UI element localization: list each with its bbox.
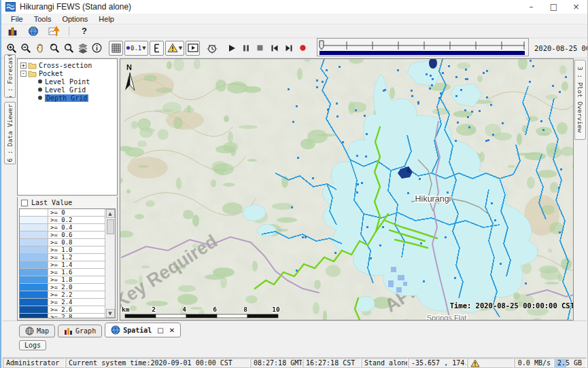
tab-map[interactable]: Map [19, 325, 55, 337]
legend-row: >= 0.8 [20, 239, 105, 246]
legend-color-swatch [20, 306, 48, 313]
zoom-previous-button[interactable] [47, 41, 61, 56]
maximize-button[interactable]: □ [542, 0, 565, 14]
tab-maximize-icon[interactable]: □ [157, 327, 163, 334]
legend-row: >= 1.8 [20, 276, 105, 284]
pan-button[interactable] [33, 41, 47, 56]
skip-to-start-icon [271, 44, 279, 52]
step-back-button[interactable] [267, 41, 281, 56]
legend-color-swatch [20, 314, 48, 318]
play-button[interactable] [224, 41, 239, 56]
map-viewer-button[interactable] [26, 25, 41, 37]
status-memory: 2.5 GB [554, 358, 587, 368]
info-button[interactable] [90, 41, 104, 56]
logs-button[interactable]: Logs [19, 340, 46, 350]
step-forward-button[interactable] [281, 41, 296, 56]
town-label: Hikurangi [415, 194, 451, 204]
tab-map-label: Map [37, 327, 49, 335]
left-tab-strip: 5 : Forecast 6 : Data Viewer [3, 58, 17, 320]
record-button[interactable] [296, 41, 310, 56]
bottom-dock: Map Graph Spatial □ ✕ Logs [3, 320, 587, 357]
legend-row-label: >= 2.6 [48, 306, 73, 313]
menu-options[interactable]: Options [56, 15, 93, 23]
title-bar: Hikurangi FEWS (Stand alone) – □ × [1, 0, 587, 14]
help-button[interactable]: ? [77, 25, 92, 37]
status-mode: Stand alone [361, 358, 408, 368]
tree-item-pocket[interactable]: - Pocket [19, 69, 117, 77]
zoom-out-button[interactable] [18, 41, 33, 56]
map-toolbar: 0.1 ▼ ▼ [1, 38, 587, 58]
classbreak-interval-dropdown[interactable]: 0.1 ▼ [124, 41, 148, 56]
legend-color-swatch [20, 217, 48, 223]
tree-item-level-point[interactable]: Level Point [37, 77, 117, 86]
zoom-in-icon [6, 43, 17, 54]
skip-to-end-icon [285, 44, 293, 52]
time-slider[interactable] [317, 38, 529, 58]
spatial-plot-icon [48, 26, 60, 37]
tree-item-level-grid[interactable]: Level Grid [37, 86, 117, 94]
export-animation-button[interactable] [186, 41, 200, 56]
zoom-next-button[interactable] [61, 41, 75, 56]
legend-row-label: >= 2.4 [48, 299, 73, 306]
chevron-down-icon: ▼ [142, 45, 145, 51]
close-button[interactable]: × [565, 0, 587, 14]
filter-tree[interactable]: + Cross-section - Pocket Level Point Lev… [17, 58, 118, 196]
tab-spatial[interactable]: Spatial □ ✕ [105, 323, 181, 337]
reports-button[interactable] [5, 25, 20, 37]
collapse-icon[interactable]: - [20, 71, 27, 77]
legend-row: >= 0.2 [20, 217, 105, 224]
legend-color-swatch [20, 276, 48, 283]
legend-row-label: >= 1.0 [48, 246, 73, 253]
menu-tools[interactable]: Tools [29, 15, 57, 23]
legend-row-label: >= 2.8 [48, 314, 73, 318]
status-system-time: Current system time:2020-09-01 00:00 CST [65, 358, 250, 368]
spatial-globe-icon [111, 325, 120, 335]
chevron-down-icon: ▼ [179, 45, 182, 51]
tab-plot-overview[interactable]: 3 : Plot Overview [574, 60, 586, 140]
warning-triangle-icon [470, 359, 480, 367]
status-warning-cell[interactable] [467, 358, 514, 368]
clock-icon [207, 43, 218, 54]
scroll-up-icon[interactable]: ▲ [106, 209, 115, 218]
status-local-time: 16:27:18 CST [302, 358, 361, 368]
scroll-down-icon[interactable]: ▼ [106, 309, 115, 318]
pause-button[interactable] [239, 41, 253, 56]
stop-button[interactable] [253, 41, 267, 56]
play-icon [228, 44, 236, 52]
help-icon: ? [82, 26, 87, 36]
menu-help[interactable]: Help [93, 15, 120, 23]
layers-icon [77, 43, 88, 54]
expander-icon[interactable]: + [20, 62, 27, 69]
show-grid-button[interactable] [109, 41, 123, 56]
scrollbar-thumb[interactable] [107, 219, 114, 234]
bar-chart-icon [7, 26, 18, 37]
animation-timer-button[interactable] [205, 41, 219, 56]
legend-row: >= 0.6 [20, 232, 105, 239]
tab-forecast[interactable]: 5 : Forecast [4, 54, 16, 98]
legend-scrollbar[interactable]: ▲ ▼ [105, 209, 115, 318]
thresholds-dropdown[interactable]: ▼ [165, 41, 184, 56]
current-time-field[interactable]: 2020-08-25 00:00:00 CST [534, 44, 588, 52]
status-user: Administrator [3, 358, 65, 368]
spatial-map[interactable]: API Key Required API Key Required [120, 58, 574, 320]
tab-graph[interactable]: Graph [58, 325, 102, 337]
last-value-checkbox[interactable] [21, 200, 28, 206]
menu-file[interactable]: File [5, 15, 29, 23]
minimize-button[interactable]: – [520, 0, 542, 14]
tree-item-cross-section[interactable]: + Cross-section [19, 61, 117, 69]
tab-close-icon[interactable]: ✕ [169, 327, 175, 334]
layers-button[interactable] [75, 41, 90, 56]
scale-tick: 8 [243, 306, 247, 313]
scale-tick: 10 [272, 306, 280, 313]
legend-row: >= 1.6 [20, 269, 105, 276]
legend-row: >= 2.8 [20, 314, 105, 318]
toolbar-separator [69, 26, 69, 36]
tab-data-viewer[interactable]: 6 : Data Viewer [4, 102, 16, 164]
menu-bar: File Tools Options Help [1, 14, 587, 24]
graph-bars-icon [64, 327, 73, 335]
legend-button[interactable] [150, 41, 164, 56]
spatial-display-button[interactable] [46, 25, 61, 37]
tree-item-depth-grid[interactable]: Depth Grid [37, 94, 117, 102]
legend-row: >= 2.0 [20, 284, 105, 291]
zoom-in-button[interactable] [4, 41, 18, 56]
